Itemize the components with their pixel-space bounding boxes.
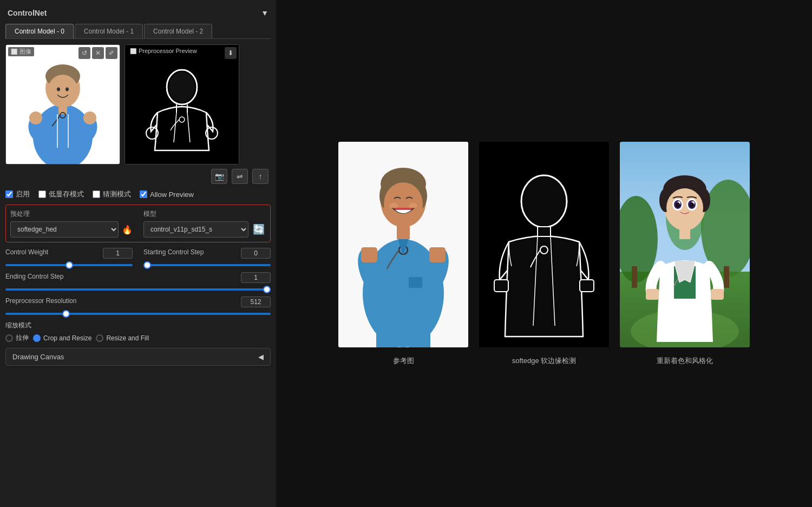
svg-point-70 bbox=[690, 202, 694, 208]
svg-point-69 bbox=[676, 202, 680, 208]
control-weight-label-row: Control Weight bbox=[5, 248, 133, 259]
enable-checkbox-item[interactable]: 启用 bbox=[5, 189, 30, 199]
svg-rect-40 bbox=[409, 334, 430, 347]
preprocessor-group: 预处理 softedge_hed 🔥 bbox=[10, 209, 133, 238]
drawing-canvas-icon: ◀ bbox=[258, 353, 264, 361]
model-label: 模型 bbox=[143, 209, 266, 219]
svg-point-29 bbox=[384, 182, 423, 226]
guess-mode-checkbox-item[interactable]: 猜测模式 bbox=[93, 189, 131, 199]
control-weight-slider-group: Control Weight bbox=[5, 248, 133, 268]
preprocessor-image-label: ⬜ Preprocessor Preview bbox=[127, 47, 200, 55]
allow-preview-checkbox[interactable] bbox=[140, 190, 147, 198]
right-image-reference: 参考图 bbox=[338, 142, 468, 366]
scale-stretch-label: 拉伸 bbox=[16, 333, 29, 343]
control-weight-value[interactable] bbox=[103, 248, 133, 259]
svg-point-4 bbox=[48, 75, 78, 107]
two-col-sliders: Control Weight Starting Control Step bbox=[5, 248, 271, 272]
low-vram-checkbox[interactable] bbox=[38, 190, 46, 198]
svg-rect-36 bbox=[429, 247, 446, 262]
model-select[interactable]: control_v11p_sd15_s bbox=[143, 221, 248, 238]
preprocessor-resolution-slider[interactable] bbox=[5, 313, 271, 315]
tab-control-model-2[interactable]: Control Model - 2 bbox=[144, 24, 212, 38]
low-vram-checkbox-item[interactable]: 低显存模式 bbox=[38, 189, 84, 199]
refresh-source-btn[interactable]: ↺ bbox=[78, 47, 90, 59]
svg-point-5 bbox=[57, 88, 60, 91]
tab-control-model-1[interactable]: Control Model - 1 bbox=[75, 24, 143, 38]
scale-mode-section: 缩放模式 拉伸 Crop and Resize Resize and Fill bbox=[5, 321, 271, 343]
preprocessor-image-container: ⬜ Preprocessor Preview ⬇ bbox=[125, 44, 239, 164]
left-panel: ControlNet ▼ Control Model - 0 Control M… bbox=[0, 0, 276, 507]
preprocessor-select[interactable]: softedge_hed bbox=[10, 221, 119, 238]
ending-control-label: Ending Control Step bbox=[5, 273, 63, 280]
scale-crop-resize-btn[interactable]: Crop and Resize bbox=[33, 333, 91, 343]
preprocessor-select-row: softedge_hed 🔥 bbox=[10, 221, 133, 238]
scale-mode-buttons: 拉伸 Crop and Resize Resize and Fill bbox=[5, 333, 271, 343]
ending-control-label-row: Ending Control Step bbox=[5, 272, 271, 283]
svg-rect-44 bbox=[494, 280, 508, 292]
model-refresh-btn[interactable]: 🔄 bbox=[252, 222, 266, 236]
svg-rect-72 bbox=[646, 289, 659, 300]
controlnet-title: ControlNet bbox=[8, 9, 47, 17]
svg-point-62 bbox=[666, 188, 703, 227]
right-images-row: 参考图 bbox=[338, 142, 750, 366]
control-weight-label: Control Weight bbox=[5, 248, 48, 256]
tabs-container: Control Model - 0 Control Model - 1 Cont… bbox=[5, 24, 271, 39]
source-image-label: ⬜ 图像 bbox=[8, 47, 34, 56]
model-row: 预处理 softedge_hed 🔥 模型 control_v11p_sd15_… bbox=[10, 209, 266, 238]
model-group: 模型 control_v11p_sd15_s 🔄 bbox=[143, 209, 266, 238]
ending-control-value[interactable] bbox=[241, 272, 271, 283]
model-select-row: control_v11p_sd15_s 🔄 bbox=[143, 221, 266, 238]
svg-rect-73 bbox=[711, 289, 724, 300]
guess-mode-label: 猜测模式 bbox=[103, 189, 131, 199]
starting-control-label-row: Starting Control Step bbox=[143, 248, 271, 259]
scale-stretch-btn[interactable]: 拉伸 bbox=[5, 333, 29, 343]
reference-image bbox=[338, 142, 468, 347]
softedge-caption: softedge 软边缘检测 bbox=[512, 356, 577, 366]
svg-point-10 bbox=[29, 111, 42, 124]
scale-resize-fill-btn[interactable]: Resize and Fill bbox=[96, 333, 149, 343]
close-source-btn[interactable]: ✕ bbox=[92, 47, 104, 59]
swap-action-btn[interactable]: ⇌ bbox=[232, 169, 248, 184]
starting-control-label: Starting Control Step bbox=[143, 248, 204, 256]
right-image-anime: 重新着色和风格化 bbox=[620, 142, 750, 366]
svg-rect-38 bbox=[409, 277, 422, 288]
ending-control-slider-group: Ending Control Step bbox=[5, 272, 271, 292]
low-vram-label: 低显存模式 bbox=[49, 189, 84, 199]
download-preprocessor-btn[interactable]: ⬇ bbox=[225, 47, 237, 59]
allow-preview-label: Allow Preview bbox=[150, 190, 194, 199]
source-image-container: ⬜ 图像 ↺ ✕ ✐ bbox=[5, 44, 120, 164]
svg-rect-35 bbox=[361, 247, 377, 262]
svg-rect-39 bbox=[376, 334, 398, 347]
svg-rect-32 bbox=[397, 224, 410, 239]
scale-mode-label: 缩放模式 bbox=[5, 321, 271, 330]
starting-control-slider[interactable] bbox=[143, 264, 271, 266]
drawing-canvas-label: Drawing Canvas bbox=[12, 353, 64, 361]
enable-label: 启用 bbox=[16, 189, 30, 199]
svg-rect-45 bbox=[580, 280, 594, 292]
tab-control-model-0[interactable]: Control Model - 0 bbox=[5, 24, 74, 38]
preprocessor-label: 预处理 bbox=[10, 209, 133, 219]
preprocessor-resolution-label: Preprocessor Resolution bbox=[5, 297, 76, 305]
right-image-softedge: softedge 软边缘检测 bbox=[479, 142, 609, 366]
images-row: ⬜ 图像 ↺ ✕ ✐ bbox=[5, 44, 271, 164]
source-icon: ⬜ bbox=[11, 49, 17, 55]
fire-icon: 🔥 bbox=[122, 225, 133, 235]
edit-source-btn[interactable]: ✐ bbox=[106, 47, 117, 59]
svg-point-20 bbox=[169, 72, 195, 102]
svg-point-31 bbox=[409, 203, 417, 208]
ending-control-slider[interactable] bbox=[5, 288, 271, 291]
collapse-icon[interactable]: ▼ bbox=[261, 9, 269, 17]
control-weight-slider[interactable] bbox=[5, 264, 133, 266]
upload-action-btn[interactable]: ↑ bbox=[252, 169, 269, 184]
anime-caption: 重新着色和风格化 bbox=[657, 356, 713, 366]
svg-rect-46 bbox=[538, 227, 551, 236]
checkboxes-row: 启用 低显存模式 猜测模式 Allow Preview bbox=[5, 189, 271, 199]
drawing-canvas-row[interactable]: Drawing Canvas ◀ bbox=[5, 348, 271, 366]
preprocessor-resolution-value[interactable] bbox=[241, 297, 271, 307]
camera-action-btn[interactable]: 📷 bbox=[211, 169, 227, 184]
enable-checkbox[interactable] bbox=[5, 190, 13, 198]
starting-control-value[interactable] bbox=[241, 248, 271, 259]
guess-mode-checkbox[interactable] bbox=[93, 190, 100, 198]
allow-preview-checkbox-item[interactable]: Allow Preview bbox=[140, 190, 194, 199]
right-panel: 参考图 bbox=[276, 0, 812, 507]
